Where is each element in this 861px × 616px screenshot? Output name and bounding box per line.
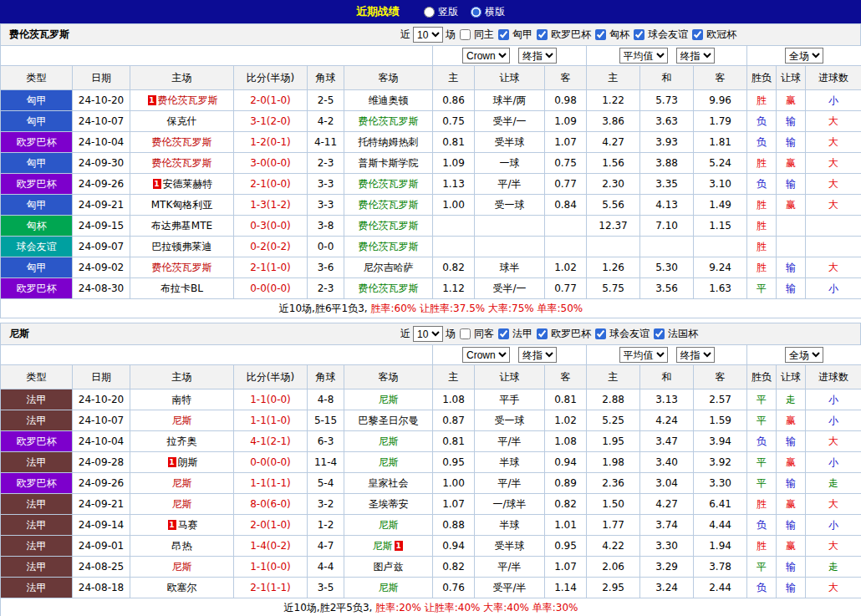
bookmaker-select[interactable]: Crown xyxy=(462,48,510,64)
odds-handicap-cell: 受一球 xyxy=(475,195,545,216)
avg-away-cell: 1.94 xyxy=(694,536,747,557)
odds-home-cell: 1.13 xyxy=(433,174,475,195)
summary-cell: 近10场,胜2平5负3, 胜率:20% 让胜率:40% 大率:40% 单率:30… xyxy=(1,598,861,616)
average-stage-select[interactable]: 终指 xyxy=(676,347,715,363)
result-handicap-cell: 输 xyxy=(777,111,806,132)
league-filter[interactable]: 法甲 xyxy=(494,327,532,341)
avg-away-cell: 1.63 xyxy=(694,278,747,299)
layout-radio-vertical[interactable]: 竖版 xyxy=(420,5,458,19)
result-handicap-cell: 输 xyxy=(777,473,806,494)
league-filter[interactable]: 球会友谊 xyxy=(629,28,688,42)
result-wdl-cell: 胜 xyxy=(747,257,777,278)
average-stage-select[interactable]: 终指 xyxy=(676,48,715,64)
scope-select-cell: 全场 xyxy=(747,46,861,66)
average-select[interactable]: 平均值 xyxy=(619,48,668,64)
corner-cell: 4-4 xyxy=(308,557,344,578)
same-venue-filter[interactable]: 同客 xyxy=(456,327,494,341)
score-cell: 1-1(1-1) xyxy=(234,473,308,494)
league-filter[interactable]: 欧罗巴杯 xyxy=(532,28,591,42)
odds-away-cell: 0.98 xyxy=(545,90,587,111)
layout-radio-horizontal[interactable]: 横版 xyxy=(466,5,505,19)
same-venue-filter[interactable]: 同主 xyxy=(456,28,494,42)
horizontal-radio-input[interactable] xyxy=(471,7,481,18)
column-header: 客 xyxy=(694,66,747,90)
result-goals-cell: 大 xyxy=(806,111,861,132)
match-count-select[interactable]: 10 xyxy=(413,326,443,342)
result-handicap-cell: 赢 xyxy=(777,195,806,216)
scope-select[interactable]: 全场 xyxy=(785,347,823,363)
odds-home-cell: 0.82 xyxy=(433,557,475,578)
recent-results-page: 近期战绩 竖版 横版 费伦茨瓦罗斯 近 10 场 同主 匈甲欧罗巴杯匈杯球会友谊… xyxy=(0,0,861,616)
league-type-cell: 法甲 xyxy=(1,452,73,473)
home-team-name: 尼斯 xyxy=(172,498,192,510)
avg-home-cell: 1.56 xyxy=(587,153,640,174)
red-card-badge: 1 xyxy=(168,520,176,530)
result-handicap-cell: 输 xyxy=(777,132,806,153)
league-filter[interactable]: 欧冠杯 xyxy=(688,28,736,42)
result-wdl-cell: 平 xyxy=(747,473,777,494)
section-header-bar: 尼斯 近 10 场 同客 法甲欧罗巴杯球会友谊法国杯 xyxy=(0,323,861,344)
away-team-name: 圣埃蒂安 xyxy=(369,498,409,510)
away-team-name: 费伦茨瓦罗斯 xyxy=(359,241,419,252)
team-section-ferencvaros: 费伦茨瓦罗斯 近 10 场 同主 匈甲欧罗巴杯匈杯球会友谊欧冠杯 xyxy=(0,23,861,318)
games-label: 场 xyxy=(446,28,456,42)
league-checkbox[interactable] xyxy=(498,29,509,40)
result-handicap-cell: 输 xyxy=(777,431,806,452)
result-goals-cell: 小 xyxy=(806,90,861,111)
avg-home-cell: 5.25 xyxy=(587,410,640,431)
same-venue-checkbox[interactable] xyxy=(460,29,471,40)
away-team-cell: 费伦茨瓦罗斯 xyxy=(344,111,433,132)
result-goals-cell xyxy=(806,216,861,237)
league-label: 球会友谊 xyxy=(648,28,688,42)
match-date-cell: 24-08-25 xyxy=(73,557,130,578)
league-checkbox[interactable] xyxy=(654,328,665,339)
avg-draw-cell: 3.29 xyxy=(640,557,694,578)
column-header: 让球 xyxy=(777,365,806,389)
odds-away-cell: 1.01 xyxy=(545,515,587,536)
filters: 近 10 场 同主 匈甲欧罗巴杯匈杯球会友谊欧冠杯 xyxy=(400,27,736,43)
odds-away-cell: 0.82 xyxy=(545,494,587,515)
away-team-name: 托特纳姆热刺 xyxy=(359,136,419,148)
summary-cell: 近10场,胜6平1负3, 胜率:60% 让胜率:37.5% 大率:75% 单率:… xyxy=(1,299,861,318)
summary-row: 近10场,胜2平5负3, 胜率:20% 让胜率:40% 大率:40% 单率:30… xyxy=(1,598,861,616)
vertical-radio-input[interactable] xyxy=(424,7,435,18)
result-wdl-cell: 平 xyxy=(747,452,777,473)
home-team-name: 尼斯 xyxy=(172,477,192,489)
away-team-name: 尼斯 xyxy=(379,519,399,531)
league-checkbox[interactable] xyxy=(498,328,509,339)
odds-stage-select[interactable]: 终指 xyxy=(518,48,557,64)
league-filter[interactable]: 法国杯 xyxy=(650,327,698,341)
league-checkbox[interactable] xyxy=(537,328,548,339)
selector-row-spacer xyxy=(1,46,433,66)
league-filter[interactable]: 欧罗巴杯 xyxy=(532,327,591,341)
league-checkbox[interactable] xyxy=(634,29,644,40)
odds-stage-select[interactable]: 终指 xyxy=(518,347,557,363)
same-venue-checkbox[interactable] xyxy=(460,328,471,339)
away-team-cell: 圣埃蒂安 xyxy=(344,494,433,515)
summary-prefix: 近10场,胜2平5负3, xyxy=(284,602,376,613)
league-checkbox[interactable] xyxy=(595,29,606,40)
league-filter[interactable]: 匈杯 xyxy=(591,28,629,42)
results-table: Crown 终指 平均值 终指 全场 类型 xyxy=(0,344,861,616)
league-filter[interactable]: 球会友谊 xyxy=(591,327,650,341)
home-team-cell: 费伦茨瓦罗斯 xyxy=(130,153,234,174)
league-checkbox[interactable] xyxy=(595,328,606,339)
league-type-cell: 法甲 xyxy=(1,389,73,410)
avg-draw-cell: 5.30 xyxy=(640,257,694,278)
result-goals-cell: 小 xyxy=(806,389,861,410)
score-cell: 0-3(0-0) xyxy=(234,216,308,237)
match-count-select[interactable]: 10 xyxy=(413,27,443,43)
league-filter[interactable]: 匈甲 xyxy=(494,28,532,42)
result-handicap-cell: 赢 xyxy=(777,153,806,174)
avg-draw-cell: 3.93 xyxy=(640,132,694,153)
avg-home-cell: 2.30 xyxy=(587,174,640,195)
league-checkbox[interactable] xyxy=(537,29,548,40)
scope-select[interactable]: 全场 xyxy=(785,48,823,64)
result-wdl-cell: 平 xyxy=(747,410,777,431)
bookmaker-select[interactable]: Crown xyxy=(462,347,510,363)
column-header: 主场 xyxy=(130,365,234,389)
odds-home-cell: 1.08 xyxy=(433,389,475,410)
league-checkbox[interactable] xyxy=(692,29,703,40)
league-type-cell: 法甲 xyxy=(1,515,73,536)
average-select[interactable]: 平均值 xyxy=(619,347,668,363)
